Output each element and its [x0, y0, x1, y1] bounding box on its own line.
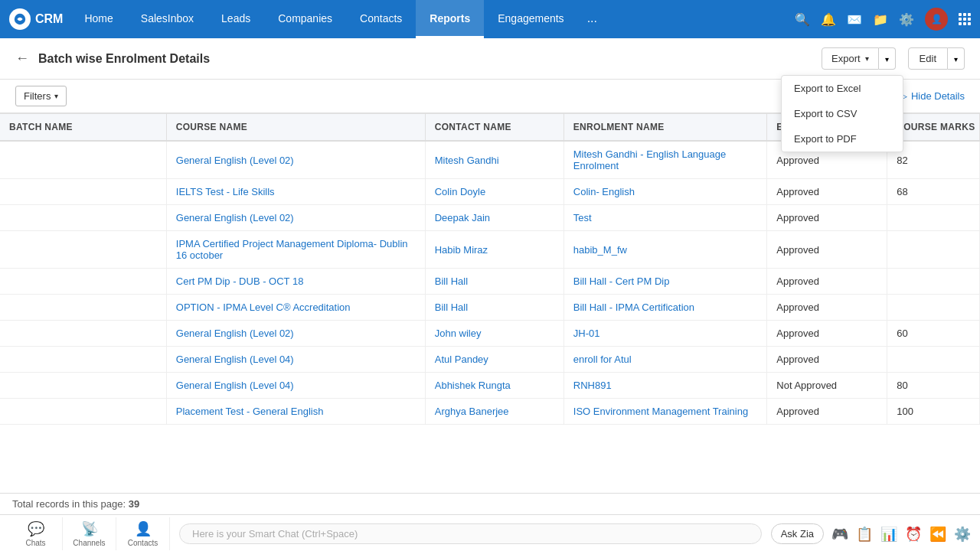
link-contact-name[interactable]: Deepak Jain	[435, 212, 490, 223]
cell-course-marks: 80	[887, 373, 980, 399]
cell-contact-name: Arghya Banerjee	[425, 399, 564, 425]
cell-enrolment-name: Bill Hall - Cert PM Dip	[564, 269, 767, 295]
link-enrolment-name[interactable]: Bill Hall - Cert PM Dip	[573, 276, 670, 287]
link-enrolment-name[interactable]: Bill Hall - IPMA Certification	[573, 302, 694, 313]
export-csv-option[interactable]: Export to CSV	[782, 101, 903, 126]
nav-engagements[interactable]: Engagements	[484, 0, 577, 38]
table-row: General English (Level 04)Atul Pandeyenr…	[0, 347, 980, 373]
nav-companies[interactable]: Companies	[264, 0, 346, 38]
settings-icon[interactable]: ⚙️	[899, 12, 914, 27]
cell-enrolment-name: Test	[564, 205, 767, 231]
more-icon[interactable]: ⚙️	[954, 526, 971, 543]
edit-dropdown-toggle[interactable]: ▾	[948, 47, 965, 70]
app-logo[interactable]: CRM	[9, 8, 63, 30]
link-course-name[interactable]: General English (Level 04)	[176, 380, 294, 391]
nav-more[interactable]: ...	[578, 0, 606, 38]
link-enrolment-name[interactable]: Mitesh Gandhi - English Language Enrolme…	[573, 148, 726, 171]
nav-contacts[interactable]: Contacts	[346, 0, 416, 38]
bottom-chats[interactable]: 💬 Chats	[9, 517, 63, 550]
bottom-channels[interactable]: 📡 Channels	[63, 517, 116, 550]
cell-course-name: IELTS Test - Life Skills	[166, 179, 425, 205]
export-button[interactable]: Export ▾	[822, 47, 879, 70]
link-contact-name[interactable]: Bill Hall	[435, 302, 468, 313]
ask-zia-button[interactable]: Ask Zia	[771, 523, 824, 544]
notifications-icon[interactable]: 🔔	[821, 12, 836, 27]
filters-button[interactable]: Filters ▾	[15, 86, 67, 106]
table-row: OPTION - IPMA Level C® AccreditationBill…	[0, 295, 980, 321]
nav-reports[interactable]: Reports	[416, 0, 484, 38]
link-course-name[interactable]: IELTS Test - Life Skills	[176, 186, 275, 197]
cell-enrolment-name: Mitesh Gandhi - English Language Enrolme…	[564, 141, 767, 179]
link-enrolment-name[interactable]: habib_M_fw	[573, 244, 627, 256]
cell-course-name: Placement Test - General English	[166, 399, 425, 425]
bottom-nav-icons: 💬 Chats 📡 Channels 👤 Contacts	[9, 517, 170, 550]
link-course-name[interactable]: IPMA Certified Project Management Diplom…	[176, 238, 408, 261]
chats-icon: 💬	[28, 520, 44, 537]
table-row: IELTS Test - Life SkillsColin DoyleColin…	[0, 179, 980, 205]
smart-chat-input[interactable]: Here is your Smart Chat (Ctrl+Space)	[179, 523, 762, 544]
compose-icon[interactable]: ✉️	[847, 12, 862, 27]
nav-salesinbox[interactable]: SalesInbox	[127, 0, 207, 38]
chats-label: Chats	[25, 539, 45, 547]
edit-button[interactable]: Edit	[908, 47, 948, 70]
cell-batch-name	[0, 231, 166, 269]
link-enrolment-name[interactable]: Test	[573, 212, 592, 223]
gamepad-icon[interactable]: 🎮	[831, 526, 848, 543]
cell-contact-name: Colin Doyle	[425, 179, 564, 205]
nav-leads[interactable]: Leads	[207, 0, 264, 38]
edit-arrow-icon: ▾	[954, 55, 958, 64]
back-button[interactable]: ←	[15, 51, 29, 67]
cell-course-name: General English (Level 04)	[166, 347, 425, 373]
grid-apps-icon[interactable]	[959, 13, 971, 25]
cell-enrolment-name: JH-01	[564, 321, 767, 347]
cell-enrolment-name: Colin- English	[564, 179, 767, 205]
link-enrolment-name[interactable]: JH-01	[573, 328, 600, 339]
user-avatar[interactable]: 👤	[925, 8, 948, 31]
table-row: General English (Level 02)Deepak JainTes…	[0, 205, 980, 231]
header-actions: Export ▾ ▾ Edit ▾ Export to Excel Export…	[822, 47, 965, 70]
cell-enrolment-status: Approved	[767, 399, 887, 425]
cell-contact-name: Bill Hall	[425, 295, 564, 321]
link-enrolment-name[interactable]: enroll for Atul	[573, 354, 632, 365]
analytics-icon[interactable]: 📊	[880, 526, 897, 543]
link-contact-name[interactable]: John wiley	[435, 328, 482, 339]
search-icon[interactable]: 🔍	[795, 12, 810, 27]
link-enrolment-name[interactable]: RNH891	[573, 380, 612, 391]
link-course-name[interactable]: General English (Level 04)	[176, 354, 294, 365]
link-contact-name[interactable]: Atul Pandey	[435, 354, 488, 365]
export-excel-option[interactable]: Export to Excel	[782, 76, 903, 101]
link-course-name[interactable]: Cert PM Dip - DUB - OCT 18	[176, 276, 304, 287]
link-course-name[interactable]: General English (Level 02)	[176, 328, 294, 339]
export-pdf-option[interactable]: Export to PDF	[782, 126, 903, 152]
link-contact-name[interactable]: Bill Hall	[435, 276, 468, 287]
data-table-container: BATCH NAME COURSE NAME CONTACT NAME ENRO…	[0, 113, 980, 493]
table-footer: Total records in this page: 39	[0, 493, 980, 514]
link-enrolment-name[interactable]: ISO Environment Management Training	[573, 406, 748, 417]
link-contact-name[interactable]: Colin Doyle	[435, 186, 485, 197]
history-icon[interactable]: ⏪	[929, 526, 946, 543]
cell-batch-name	[0, 347, 166, 373]
link-course-name[interactable]: OPTION - IPMA Level C® Accreditation	[176, 302, 351, 313]
bottom-contacts[interactable]: 👤 Contacts	[116, 517, 170, 550]
cell-contact-name: Habib Miraz	[425, 231, 564, 269]
cell-course-name: General English (Level 02)	[166, 321, 425, 347]
link-course-name[interactable]: General English (Level 02)	[176, 155, 294, 166]
clipboard-icon[interactable]: 📋	[856, 526, 873, 543]
hide-details-button[interactable]: ▷ Hide Details	[900, 90, 965, 102]
link-contact-name[interactable]: Mitesh Gandhi	[435, 155, 499, 166]
nav-home[interactable]: Home	[70, 0, 126, 38]
alarm-icon[interactable]: ⏰	[905, 526, 922, 543]
col-batch-name: BATCH NAME	[0, 114, 166, 141]
link-course-name[interactable]: General English (Level 02)	[176, 212, 294, 223]
link-enrolment-name[interactable]: Colin- English	[573, 186, 635, 197]
cell-batch-name	[0, 141, 166, 179]
link-course-name[interactable]: Placement Test - General English	[176, 406, 324, 417]
total-count: 39	[129, 498, 139, 510]
cell-course-marks	[887, 205, 980, 231]
cell-batch-name	[0, 321, 166, 347]
link-contact-name[interactable]: Arghya Banerjee	[435, 406, 509, 417]
folder-icon[interactable]: 📁	[873, 12, 888, 27]
link-contact-name[interactable]: Habib Miraz	[435, 244, 488, 256]
export-dropdown-toggle[interactable]: ▾	[879, 47, 896, 70]
link-contact-name[interactable]: Abhishek Rungta	[435, 380, 511, 391]
